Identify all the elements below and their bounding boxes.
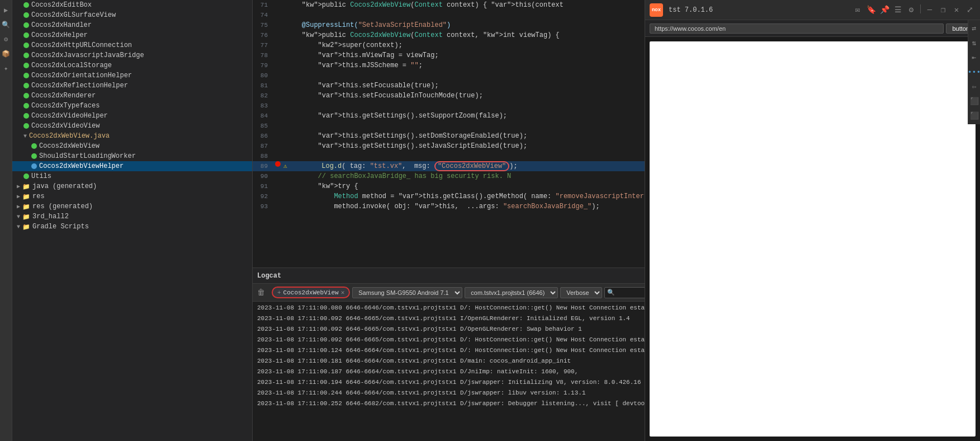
side-icon-4[interactable]: ⇦	[968, 81, 981, 93]
tree-item[interactable]: Utils	[12, 171, 252, 181]
tree-item-label: Cocos2dxLocalStorage	[31, 62, 112, 69]
tree-item[interactable]: ▼📁 3rd_hall2	[12, 212, 252, 222]
tree-item[interactable]: ▼Cocos2dxWebView.java	[12, 131, 252, 141]
code-line: 75 @SuppressLint("SetJavaScriptEnabled")	[253, 20, 645, 30]
line-content: "var">this.getSettings().setDomStorageEn…	[283, 131, 645, 141]
side-icon-3[interactable]: ⇤	[968, 51, 981, 64]
line-number: 81	[253, 81, 272, 91]
line-content: "kw2">super(context);	[283, 40, 645, 50]
code-line: 86 "var">this.getSettings().setDomStorag…	[253, 131, 645, 141]
tree-item[interactable]: Cocos2dxWebView	[12, 141, 252, 151]
tree-item[interactable]: Cocos2dxEditBox	[12, 0, 252, 10]
pin-btn[interactable]: 📌	[879, 4, 890, 16]
code-line: 83	[253, 101, 645, 111]
side-icon-6[interactable]: ⬛	[968, 110, 981, 122]
log-line: 2023-11-08 17:11:00.092 6646-6665/com.ts…	[253, 313, 645, 324]
log-line: 2023-11-08 17:11:00.252 6646-6682/com.ts…	[253, 398, 645, 409]
tree-item[interactable]: Cocos2dxOrientationHelper	[12, 71, 252, 81]
tree-item[interactable]: ShouldStartLoadingWorker	[12, 151, 252, 161]
tree-item[interactable]: Cocos2dxRenderer	[12, 91, 252, 101]
class-icon	[23, 93, 29, 98]
bottom-panel: Logcat 🗑 + Cocos2dxWebView ✕ Samsung SM-…	[253, 268, 645, 441]
android-icon[interactable]: ✦	[1, 63, 12, 74]
expand-btn[interactable]: ⤢	[964, 4, 976, 16]
settings-btn[interactable]: ⚙	[906, 4, 917, 16]
code-line: 77 "kw2">super(context);	[253, 40, 645, 50]
side-icon-2[interactable]: ⇅	[968, 37, 981, 49]
tree-item-label: Cocos2dxVideoHelper	[31, 112, 108, 120]
line-number: 78	[253, 50, 272, 60]
line-content: "kw">try {	[283, 181, 645, 191]
code-line: 78 "var">this.mViewTag = viewTag;	[253, 50, 645, 60]
tree-item[interactable]: ▶📁 res (generated)	[12, 201, 252, 212]
side-icon-dots[interactable]: •••	[968, 66, 981, 78]
side-icon-5[interactable]: ⬛	[968, 95, 981, 107]
code-editor[interactable]: 71 "kw">public Cocos2dxWebView(Context c…	[253, 0, 645, 268]
editor-area: 71 "kw">public Cocos2dxWebView(Context c…	[253, 0, 645, 268]
tree-item[interactable]: Cocos2dxVideoHelper	[12, 111, 252, 121]
tree-item[interactable]: Cocos2dxWebViewHelper	[12, 161, 252, 171]
filter-tag-close[interactable]: ✕	[341, 289, 345, 296]
tree-item[interactable]: Cocos2dxLocalStorage	[12, 60, 252, 71]
line-number: 90	[253, 171, 272, 181]
line-content: "var">this.setFocusable(true);	[283, 81, 645, 91]
class-icon	[23, 63, 29, 68]
code-line: 89⚠ Log.d( tag: "tst.vx", msg: "Cocos2dx…	[253, 161, 645, 171]
tree-item[interactable]: Cocos2dxReflectionHelper	[12, 81, 252, 91]
settings-sidebar-icon[interactable]: ⚙	[1, 34, 12, 45]
browser-urlbar: button	[645, 20, 980, 37]
package-icon[interactable]: 📦	[1, 48, 12, 59]
tree-item-label: Cocos2dxWebView.java	[29, 132, 110, 140]
class-icon	[23, 12, 29, 18]
restore-btn[interactable]: ❐	[938, 4, 949, 16]
tree-item[interactable]: Cocos2dxHelper	[12, 30, 252, 40]
code-line: 79 "var">this.mJSScheme = "";	[253, 60, 645, 71]
log-line: 2023-11-08 17:11:00.092 6646-6665/com.ts…	[253, 335, 645, 345]
line-number: 91	[253, 181, 272, 191]
class-icon	[23, 43, 29, 48]
tree-item[interactable]: Cocos2dxHttpURLConnection	[12, 40, 252, 50]
filter-tag[interactable]: + Cocos2dxWebView ✕	[272, 287, 350, 298]
filter-tag-label: Cocos2dxWebView	[283, 289, 339, 296]
code-line: 74	[253, 10, 645, 20]
log-line: 2023-11-08 17:11:00.244 6646-6664/com.ts…	[253, 388, 645, 398]
tree-item[interactable]: Cocos2dxJavascriptJavaBridge	[12, 50, 252, 60]
class-icon	[23, 123, 29, 129]
minimize-btn[interactable]: ─	[924, 4, 935, 16]
logcat-content[interactable]: 2023-11-08 17:11:00.080 6646-6646/com.ts…	[253, 302, 645, 441]
device-select[interactable]: Samsung SM-G9550 Android 7.1	[352, 287, 462, 298]
search-sidebar-icon[interactable]: 🔍	[1, 19, 12, 30]
code-line: 81 "var">this.setFocusable(true);	[253, 81, 645, 91]
email-btn[interactable]: ✉	[852, 4, 863, 16]
line-number: 79	[253, 60, 272, 71]
tree-item[interactable]: ▶📁 res	[12, 191, 252, 201]
log-line: 2023-11-08 17:11:00.187 6646-6664/com.ts…	[253, 367, 645, 377]
logcat-search-input[interactable]	[616, 288, 645, 297]
delete-icon[interactable]: 🗑	[255, 288, 267, 297]
line-content: "var">this.getSettings().setJavaScriptEn…	[283, 141, 645, 151]
code-line: 90 // searchBoxJavaBridge_ has big secur…	[253, 171, 645, 181]
package-select[interactable]: com.tstvx1.projtstx1 (6646)	[465, 287, 558, 298]
tree-item[interactable]: Cocos2dxHandler	[12, 20, 252, 30]
main-area: 71 "kw">public Cocos2dxWebView(Context c…	[253, 0, 645, 441]
browser-title: tst 7.0.1.6	[669, 6, 713, 14]
tree-item[interactable]: ▼📁 Gradle Scripts	[12, 222, 252, 232]
close-btn[interactable]: ✕	[951, 4, 962, 16]
tree-item-label: ShouldStartLoadingWorker	[39, 152, 136, 160]
line-content: Log.d( tag: "tst.vx", msg: "Cocos2dxWebV…	[287, 161, 645, 171]
tree-item[interactable]: Cocos2dxTypefaces	[12, 101, 252, 111]
url-input[interactable]	[650, 24, 944, 34]
level-select[interactable]: Verbose	[560, 287, 602, 298]
menu-btn[interactable]: ☰	[892, 4, 903, 16]
tree-item[interactable]: ▶📁 java (generated)	[12, 181, 252, 191]
side-icon-1[interactable]: ⇄	[968, 22, 981, 35]
tree-item-label: java (generated)	[32, 182, 97, 190]
logcat-title: Logcat	[257, 272, 281, 280]
tree-item[interactable]: Cocos2dxVideoView	[12, 121, 252, 131]
log-line: 2023-11-08 17:11:00.181 6646-6664/com.ts…	[253, 356, 645, 367]
tree-item[interactable]: Cocos2dxGLSurfaceView	[12, 10, 252, 20]
run-icon[interactable]: ▶	[1, 4, 12, 16]
bookmark-btn[interactable]: 🔖	[865, 4, 877, 16]
logcat-header: Logcat	[253, 268, 645, 284]
line-number: 71	[253, 0, 272, 10]
